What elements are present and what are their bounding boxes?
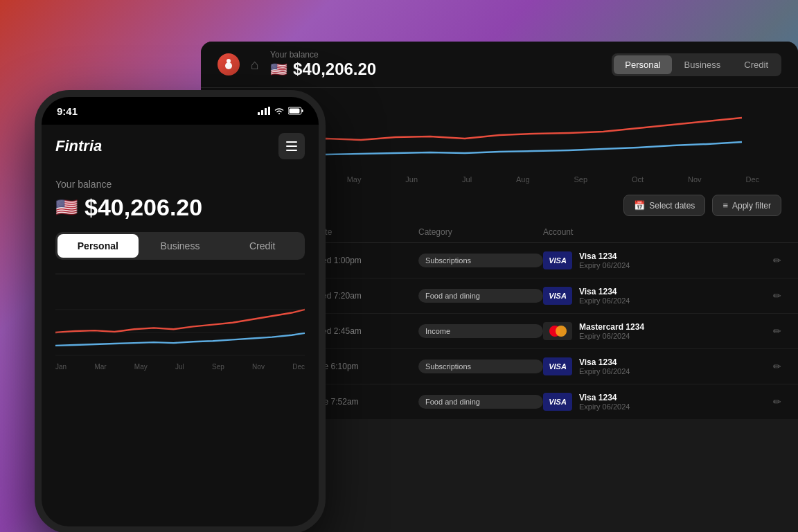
phone-tab-business[interactable]: Business bbox=[140, 234, 221, 258]
tablet-balance-row: 🇺🇸 $40,206.20 bbox=[270, 60, 601, 79]
edit-icon-3[interactable]: ✏ bbox=[773, 326, 781, 337]
edit-icon-4[interactable]: ✏ bbox=[773, 361, 781, 372]
card-expiry-1: Expiry 06/2024 bbox=[579, 261, 630, 269]
category-1: Subscriptions bbox=[418, 254, 543, 267]
svg-rect-0 bbox=[258, 112, 260, 115]
phone-time: 9:41 bbox=[57, 105, 78, 117]
phone-label-mar: Mar bbox=[94, 363, 106, 371]
chart-label-8: Nov bbox=[688, 175, 702, 184]
chart-label-4: Jul bbox=[462, 175, 472, 184]
mobile-phone: 9:41 Fintria bbox=[35, 90, 326, 532]
phone-balance-row: 🇺🇸 $40,206.20 bbox=[55, 194, 305, 221]
tab-business[interactable]: Business bbox=[673, 55, 732, 74]
chart-label-6: Sep bbox=[574, 175, 587, 184]
phone-label-jul: Jul bbox=[175, 363, 184, 371]
chart-label-3: Jun bbox=[405, 175, 418, 184]
card-expiry-2: Expiry 06/2024 bbox=[579, 296, 630, 305]
tablet-balance-amount: $40,206.20 bbox=[293, 60, 376, 79]
phone-tab-credit[interactable]: Credit bbox=[222, 234, 303, 258]
col-category: Category bbox=[418, 227, 543, 237]
mastercard-3 bbox=[543, 322, 572, 340]
menu-line-2 bbox=[286, 145, 297, 147]
signal-icon bbox=[258, 107, 270, 115]
edit-icon-2[interactable]: ✏ bbox=[773, 290, 781, 301]
phone-app-name: Fintria bbox=[55, 137, 102, 155]
date-5: Tue 7:52am bbox=[314, 397, 418, 407]
account-2: VISA Visa 1234 Expiry 06/2024 ✏ bbox=[543, 287, 781, 305]
tablet-flag: 🇺🇸 bbox=[270, 61, 287, 78]
phone-account-tabs: Personal Business Credit bbox=[55, 232, 305, 260]
edit-icon-1[interactable]: ✏ bbox=[773, 255, 781, 266]
phone-flag: 🇺🇸 bbox=[55, 197, 78, 218]
visa-card-1: VISA bbox=[543, 251, 572, 269]
tablet-balance-label: Your balance bbox=[270, 50, 601, 60]
phone-tab-personal[interactable]: Personal bbox=[57, 234, 139, 258]
category-3: Income bbox=[418, 324, 543, 338]
date-3: Wed 2:45am bbox=[314, 326, 418, 336]
card-expiry-4: Expiry 06/2024 bbox=[579, 367, 630, 375]
chart-label-5: Aug bbox=[516, 175, 530, 184]
tab-personal[interactable]: Personal bbox=[614, 55, 671, 74]
visa-card-4: VISA bbox=[543, 357, 572, 375]
menu-line-1 bbox=[286, 141, 297, 143]
phone-status-icons bbox=[258, 107, 303, 115]
wifi-icon bbox=[274, 107, 285, 115]
account-4: VISA Visa 1234 Expiry 06/2024 ✏ bbox=[543, 357, 781, 375]
tablet-account-tabs: Personal Business Credit bbox=[612, 53, 781, 76]
filter-icon: ≡ bbox=[722, 200, 728, 211]
card-name-2: Visa 1234 bbox=[579, 287, 630, 296]
svg-rect-3 bbox=[268, 107, 270, 115]
edit-icon-5[interactable]: ✏ bbox=[773, 396, 781, 407]
status-bar: 9:41 bbox=[42, 97, 319, 125]
date-2: Wed 7:20am bbox=[314, 291, 418, 301]
phone-label-nov: Nov bbox=[252, 363, 265, 371]
svg-rect-5 bbox=[302, 109, 303, 112]
phone-balance-section: Your balance 🇺🇸 $40,206.20 Personal Busi… bbox=[42, 168, 319, 265]
phone-chart-labels: Jan Mar May Jul Sep Nov Dec bbox=[55, 360, 305, 373]
phone-label-jan: Jan bbox=[55, 363, 66, 371]
chart-label-9: Dec bbox=[745, 175, 759, 184]
home-icon: ⌂ bbox=[251, 57, 259, 73]
card-name-4: Visa 1234 bbox=[579, 357, 630, 367]
tablet-logo bbox=[218, 53, 240, 76]
category-4: Subscriptions bbox=[418, 360, 543, 373]
card-name-1: Visa 1234 bbox=[579, 251, 630, 261]
phone-balance-label: Your balance bbox=[55, 179, 305, 190]
svg-rect-2 bbox=[265, 108, 267, 115]
visa-card-5: VISA bbox=[543, 393, 572, 411]
category-2: Food and dining bbox=[418, 289, 543, 303]
col-account: Account bbox=[543, 227, 781, 237]
card-name-5: Visa 1234 bbox=[579, 393, 630, 402]
battery-icon bbox=[288, 107, 303, 115]
phone-label-may: May bbox=[134, 363, 148, 371]
card-expiry-3: Expiry 06/2024 bbox=[579, 332, 644, 340]
svg-rect-1 bbox=[261, 110, 263, 115]
phone-label-sep: Sep bbox=[212, 363, 224, 371]
phone-chart bbox=[55, 281, 305, 357]
menu-button[interactable] bbox=[278, 133, 305, 159]
account-1: VISA Visa 1234 Expiry 06/2024 ✏ bbox=[543, 251, 781, 269]
calendar-icon: 📅 bbox=[634, 200, 645, 211]
phone-header: Fintria bbox=[42, 125, 319, 168]
menu-line-3 bbox=[286, 150, 297, 151]
account-5: VISA Visa 1234 Expiry 06/2024 ✏ bbox=[543, 393, 781, 411]
date-1: Wed 1:00pm bbox=[314, 256, 418, 265]
category-5: Food and dining bbox=[418, 395, 543, 409]
phone-chart-area: Jan Mar May Jul Sep Nov Dec bbox=[42, 265, 319, 376]
svg-rect-6 bbox=[290, 109, 300, 114]
date-4: Tue 6:10pm bbox=[314, 362, 418, 371]
chart-label-7: Oct bbox=[632, 175, 644, 184]
chart-label-2: May bbox=[347, 175, 362, 184]
phone-balance-amount: $40,206.20 bbox=[85, 194, 202, 221]
apply-filter-button[interactable]: ≡ Apply filter bbox=[712, 195, 781, 216]
card-expiry-5: Expiry 06/2024 bbox=[579, 402, 630, 411]
visa-card-2: VISA bbox=[543, 287, 572, 305]
card-name-3: Mastercard 1234 bbox=[579, 322, 644, 332]
col-date: Date bbox=[314, 227, 418, 237]
account-3: Mastercard 1234 Expiry 06/2024 ✏ bbox=[543, 322, 781, 340]
tab-credit[interactable]: Credit bbox=[733, 55, 779, 74]
phone-label-dec: Dec bbox=[292, 363, 305, 371]
select-dates-button[interactable]: 📅 Select dates bbox=[623, 195, 705, 216]
